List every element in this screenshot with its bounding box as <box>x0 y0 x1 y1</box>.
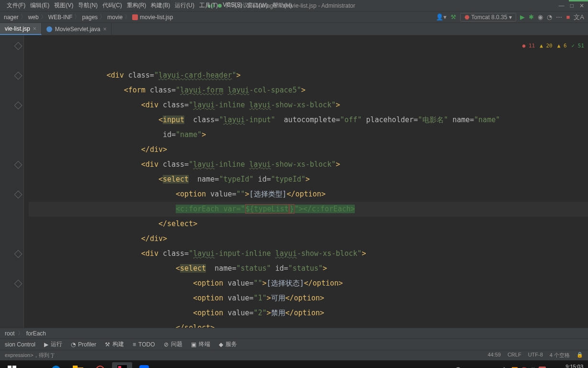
menu-vcs[interactable]: VCS(S) <box>223 1 242 10</box>
svg-point-4 <box>52 366 60 368</box>
ime-lang[interactable]: 英 <box>531 367 536 368</box>
breadcrumb-item[interactable]: pages <box>82 14 98 21</box>
translate-icon[interactable]: 文A <box>574 13 584 22</box>
editor[interactable]: ● 11 ▲ 20 ▲ 6 ✓ 51 <div class="layui-car… <box>0 35 588 328</box>
stop-button[interactable]: ■ <box>566 13 570 21</box>
start-button[interactable] <box>2 362 22 368</box>
menu-file[interactable]: 文件(F) <box>7 1 25 10</box>
tool-problems[interactable]: ⊘ 问题 <box>164 340 182 348</box>
tool-profiler[interactable]: ◔ Profiler <box>71 341 96 348</box>
tool-version-control[interactable]: sion Control <box>5 341 35 348</box>
run-button[interactable]: ▶ <box>520 13 525 21</box>
editor-tabs: vie-list.jsp × MovieServlet.java × <box>0 23 588 35</box>
svg-rect-0 <box>8 366 11 368</box>
menu-edit[interactable]: 编辑(E) <box>30 1 49 10</box>
menu-build[interactable]: 构建(B) <box>151 1 170 10</box>
structure-root[interactable]: root <box>5 330 15 337</box>
svg-rect-1 <box>12 366 16 368</box>
tab-close-icon[interactable]: × <box>103 26 106 33</box>
java-file-icon <box>46 26 52 32</box>
menu-window[interactable]: 窗口(W) <box>247 1 268 10</box>
menu-navigate[interactable]: 导航(N) <box>78 1 98 10</box>
tool-services[interactable]: ◆ 服务 <box>219 340 237 348</box>
line-separator[interactable]: CRLF <box>508 352 521 359</box>
breadcrumb-item[interactable]: nager <box>4 14 19 21</box>
navigation-bar: nager〉 web〉 WEB-INF〉 pages〉 movie〉 movie… <box>0 12 588 23</box>
inspection-widget[interactable]: ● 11 ▲ 20 ▲ 6 ✓ 51 <box>522 38 584 53</box>
search-button[interactable]: ○ <box>24 362 44 368</box>
file-encoding[interactable]: UTF-8 <box>528 352 543 359</box>
structure-leaf[interactable]: forEach <box>26 330 46 337</box>
indent-setting[interactable]: 4 个空格 <box>550 352 570 359</box>
tab-movie-list-jsp[interactable]: vie-list.jsp × <box>0 23 42 35</box>
app-icon-1[interactable] <box>90 362 110 368</box>
menubar: 文件(F) 编辑(E) 视图(V) 导航(N) 代码(C) 重构(R) 构建(B… <box>4 1 295 10</box>
tab-close-icon[interactable]: × <box>33 25 36 32</box>
clock[interactable]: 9:15:03 2022/8/7/周日 <box>551 364 583 368</box>
caret-position[interactable]: 44:59 <box>487 352 501 359</box>
menu-refactor[interactable]: 重构(R) <box>127 1 147 10</box>
svg-rect-10 <box>139 365 149 368</box>
gutter[interactable] <box>0 35 24 328</box>
menu-tools[interactable]: 工具(T) <box>199 1 218 10</box>
minimize-icon[interactable]: — <box>559 2 565 9</box>
menu-help[interactable]: 帮助(H) <box>272 1 292 10</box>
tool-build[interactable]: ⚒ 构建 <box>105 340 124 348</box>
profile-button[interactable]: ◔ <box>547 13 552 21</box>
explorer-icon[interactable] <box>68 362 88 368</box>
statusbar: expression>，得到 '}' 44:59 CRLF UTF-8 4 个空… <box>0 350 588 360</box>
jsp-file-icon <box>132 14 138 20</box>
svg-rect-6 <box>73 366 78 368</box>
system-tray[interactable]: 💬 ☁ ✱ ▣ ▦ B 🔌 📶 🔇 英 S <box>455 367 546 368</box>
tool-window-bar: sion Control ▶ 运行 ◔ Profiler ⚒ 构建 ≡ TODO… <box>0 338 588 350</box>
svg-rect-9 <box>118 366 121 368</box>
add-config-button[interactable]: 👤▾ <box>436 13 447 21</box>
close-icon[interactable]: ✕ <box>579 2 584 9</box>
titlebar: 文件(F) 编辑(E) 视图(V) 导航(N) 代码(C) 重构(R) 构建(B… <box>0 0 588 12</box>
tool-run[interactable]: ▶ 运行 <box>44 340 62 348</box>
hammer-icon[interactable]: ⚒ <box>451 13 456 21</box>
run-config-selector[interactable]: ⬣ Tomcat 8.0.35 ▾ <box>460 13 516 22</box>
debug-button[interactable]: ✱ <box>529 13 534 21</box>
tool-todo[interactable]: ≡ TODO <box>133 341 155 348</box>
tab-movie-servlet-java[interactable]: MovieServlet.java × <box>42 23 112 35</box>
breadcrumb-item[interactable]: WEB-INF <box>48 14 73 21</box>
coverage-button[interactable]: ◉ <box>538 13 543 21</box>
windows-taskbar: ○ ^ 💬 ☁ ✱ ▣ ▦ B 🔌 📶 🔇 英 S 9:15:03 2022/8… <box>0 360 588 368</box>
structure-breadcrumb: root 〉 forEach <box>0 328 588 338</box>
breadcrumb-item[interactable]: movie <box>107 14 123 21</box>
breadcrumb-item[interactable]: movie-list.jsp <box>140 14 173 21</box>
breadcrumb-item[interactable]: web <box>28 14 39 21</box>
intellij-icon[interactable] <box>112 362 132 368</box>
status-message: expression>，得到 '}' <box>5 352 55 359</box>
menu-code[interactable]: 代码(C) <box>102 1 122 10</box>
attach-button[interactable]: ⋯ <box>556 13 562 21</box>
lock-icon[interactable]: 🔒 <box>577 352 583 359</box>
tool-terminal[interactable]: ▣ 终端 <box>191 340 210 348</box>
menu-view[interactable]: 视图(V) <box>54 1 73 10</box>
menu-run[interactable]: 运行(U) <box>175 1 194 10</box>
maximize-icon[interactable]: □ <box>570 2 574 9</box>
svg-point-7 <box>96 366 104 368</box>
edge-icon[interactable] <box>46 362 66 368</box>
app-icon-2[interactable] <box>134 362 154 368</box>
code-content[interactable]: ● 11 ▲ 20 ▲ 6 ✓ 51 <div class="layui-car… <box>24 35 588 328</box>
